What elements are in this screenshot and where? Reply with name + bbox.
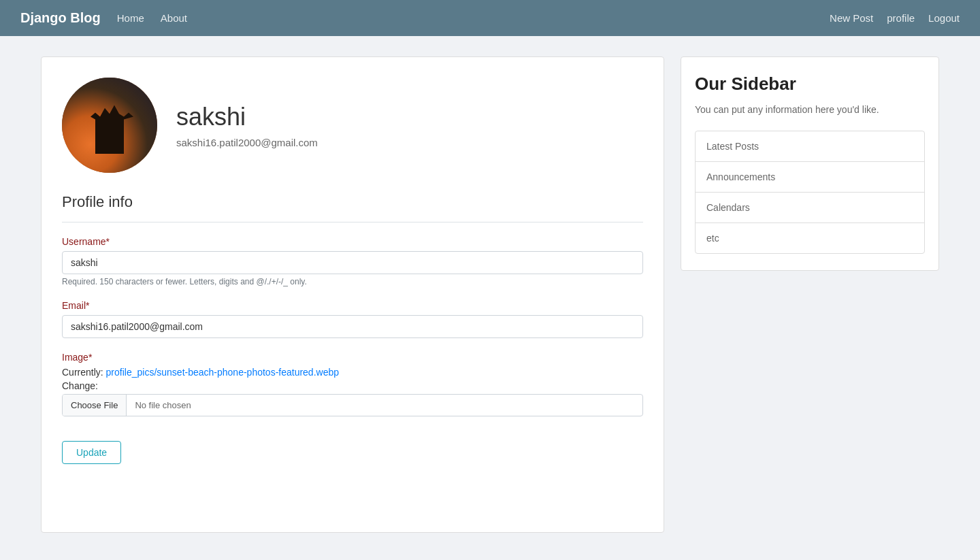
change-label: Change: (62, 380, 643, 391)
currently-row: Currently: profile_pics/sunset-beach-pho… (62, 367, 643, 378)
file-no-chosen: No file chosen (127, 395, 199, 416)
profile-info-header: sakshi sakshi16.patil2000@gmail.com (176, 103, 318, 148)
navbar-left: Django Blog Home About (20, 10, 187, 26)
file-input-wrapper: Choose File No file chosen (62, 394, 643, 416)
username-group: Username* Required. 150 characters or fe… (62, 236, 643, 286)
email-group: Email* (62, 300, 643, 338)
email-label: Email* (62, 300, 643, 311)
image-group: Image* Currently: profile_pics/sunset-be… (62, 352, 643, 416)
profile-link[interactable]: profile (887, 12, 915, 24)
sidebar-card: Our Sidebar You can put any information … (681, 56, 939, 271)
home-link[interactable]: Home (117, 12, 144, 24)
profile-email: sakshi16.patil2000@gmail.com (176, 137, 318, 148)
image-label: Image* (62, 352, 643, 363)
sidebar-item-etc[interactable]: etc (696, 223, 924, 253)
username-label: Username* (62, 236, 643, 247)
email-input[interactable] (62, 315, 643, 338)
sidebar-item-latest-posts[interactable]: Latest Posts (696, 131, 924, 162)
profile-username: sakshi (176, 103, 318, 131)
sidebar-item-calendars[interactable]: Calendars (696, 193, 924, 223)
avatar-image (62, 78, 157, 173)
logout-link[interactable]: Logout (928, 12, 960, 24)
section-title: Profile info (62, 193, 643, 211)
navbar-right: New Post profile Logout (830, 12, 960, 24)
profile-form: Username* Required. 150 characters or fe… (62, 236, 643, 464)
section-divider (62, 222, 643, 223)
sidebar-description: You can put any information here you'd l… (695, 103, 925, 117)
avatar (62, 78, 157, 173)
page-body: sakshi sakshi16.patil2000@gmail.com Prof… (27, 36, 953, 553)
sidebar-title: Our Sidebar (695, 73, 925, 95)
brand-link[interactable]: Django Blog (20, 10, 101, 26)
main-card: sakshi sakshi16.patil2000@gmail.com Prof… (41, 56, 664, 533)
navbar: Django Blog Home About New Post profile … (0, 0, 980, 36)
currently-label: Currently: (62, 367, 103, 378)
username-hint: Required. 150 characters or fewer. Lette… (62, 277, 643, 286)
about-link[interactable]: About (161, 12, 187, 24)
username-input[interactable] (62, 251, 643, 274)
image-link[interactable]: profile_pics/sunset-beach-phone-photos-f… (106, 367, 339, 378)
new-post-link[interactable]: New Post (830, 12, 873, 24)
sidebar-item-announcements[interactable]: Announcements (696, 162, 924, 193)
choose-file-button[interactable]: Choose File (63, 395, 127, 416)
profile-header: sakshi sakshi16.patil2000@gmail.com (62, 78, 643, 173)
update-button[interactable]: Update (62, 441, 121, 464)
sidebar-list: Latest Posts Announcements Calendars etc (695, 131, 925, 254)
